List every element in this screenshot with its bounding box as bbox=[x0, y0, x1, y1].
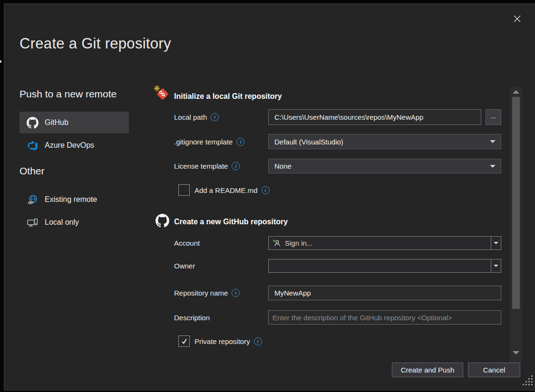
browse-button[interactable]: ... bbox=[486, 109, 501, 125]
resize-grip-icon bbox=[521, 374, 534, 386]
close-button[interactable] bbox=[509, 11, 525, 26]
scrollbar-up-arrow[interactable] bbox=[513, 90, 519, 94]
window-edge-mark bbox=[0, 60, 1, 63]
license-row: License template i None bbox=[174, 159, 501, 173]
github-icon bbox=[156, 214, 169, 228]
gitignore-dropdown[interactable]: Default (VisualStudio) bbox=[268, 134, 501, 149]
chevron-down-icon bbox=[494, 265, 498, 267]
azure-devops-icon bbox=[26, 140, 39, 151]
readme-checkbox[interactable] bbox=[178, 184, 190, 196]
info-icon[interactable]: i bbox=[232, 162, 240, 170]
license-dropdown[interactable]: None bbox=[268, 159, 501, 173]
check-icon bbox=[181, 338, 188, 345]
local-machine-icon bbox=[26, 217, 39, 229]
close-icon bbox=[513, 15, 521, 23]
owner-combo[interactable] bbox=[268, 259, 501, 273]
local-path-label: Local path bbox=[174, 113, 207, 121]
sidebar-item-label: Existing remote bbox=[45, 195, 97, 204]
license-value: None bbox=[274, 162, 292, 170]
readme-row: Add a README.md i bbox=[178, 184, 270, 196]
gitignore-value: Default (VisualStudio) bbox=[274, 138, 343, 146]
screen: Create a Git repository Push to a new re… bbox=[0, 0, 535, 392]
init-section-heading: Initialize a local Git repository bbox=[174, 92, 282, 101]
github-icon bbox=[26, 117, 39, 129]
scrollbar-down-arrow[interactable] bbox=[513, 351, 519, 354]
info-icon[interactable]: i bbox=[211, 113, 219, 121]
local-path-input[interactable] bbox=[268, 109, 481, 125]
account-label: Account bbox=[174, 239, 200, 247]
private-repo-row: Private repository i bbox=[178, 335, 262, 347]
other-heading: Other bbox=[19, 165, 45, 177]
account-value: Sign in... bbox=[285, 239, 312, 247]
description-label: Description bbox=[174, 314, 210, 322]
sidebar-item-label: Local only bbox=[45, 218, 79, 227]
chevron-down-icon bbox=[494, 242, 498, 244]
info-icon[interactable]: i bbox=[236, 138, 244, 146]
globe-link-icon bbox=[26, 194, 39, 206]
description-row: Description bbox=[174, 310, 501, 325]
sidebar-item-label: Azure DevOps bbox=[45, 141, 94, 150]
info-icon[interactable]: i bbox=[254, 337, 262, 345]
chevron-down-icon bbox=[490, 165, 496, 168]
scrollbar-thumb[interactable] bbox=[512, 97, 520, 309]
push-remote-heading: Push to a new remote bbox=[19, 88, 117, 100]
page-title: Create a Git repository bbox=[19, 35, 171, 52]
owner-row: Owner bbox=[174, 259, 501, 273]
sidebar-item-github[interactable]: GitHub bbox=[19, 112, 129, 134]
gitignore-row: .gitignore template i Default (VisualStu… bbox=[174, 134, 501, 149]
local-path-row: Local path i ... bbox=[174, 109, 501, 125]
gitignore-label: .gitignore template bbox=[174, 138, 233, 146]
sidebar-item-azure-devops[interactable]: Azure DevOps bbox=[19, 136, 129, 155]
github-section-heading: Create a new GitHub repository bbox=[174, 218, 288, 226]
info-icon[interactable]: i bbox=[262, 186, 270, 194]
description-input[interactable] bbox=[268, 310, 501, 325]
chevron-down-icon bbox=[490, 140, 496, 143]
account-combo[interactable]: Sign in... bbox=[268, 236, 501, 250]
owner-label: Owner bbox=[174, 262, 195, 270]
repository-name-input[interactable] bbox=[268, 286, 501, 300]
sidebar-item-existing-remote[interactable]: Existing remote bbox=[19, 190, 129, 209]
repository-name-row: Repository name i bbox=[174, 286, 501, 300]
account-row: Account Sign in... bbox=[174, 236, 501, 250]
sidebar-item-label: GitHub bbox=[45, 118, 68, 127]
readme-label: Add a README.md bbox=[195, 186, 258, 194]
add-user-icon bbox=[272, 239, 281, 248]
private-repo-label: Private repository bbox=[195, 337, 250, 345]
combo-caret-button[interactable] bbox=[491, 237, 501, 249]
sidebar-item-local-only[interactable]: Local only bbox=[19, 213, 129, 232]
info-icon[interactable]: i bbox=[232, 289, 240, 297]
license-label: License template bbox=[174, 162, 228, 170]
combo-caret-button[interactable] bbox=[491, 259, 501, 272]
resize-grip[interactable] bbox=[521, 374, 534, 388]
private-checkbox[interactable] bbox=[178, 335, 190, 347]
create-git-repo-dialog: Create a Git repository Push to a new re… bbox=[4, 3, 535, 391]
cancel-button[interactable]: Cancel bbox=[468, 363, 520, 377]
repository-name-label: Repository name bbox=[174, 289, 228, 297]
create-and-push-button[interactable]: Create and Push bbox=[392, 363, 463, 377]
git-new-icon bbox=[153, 85, 171, 104]
